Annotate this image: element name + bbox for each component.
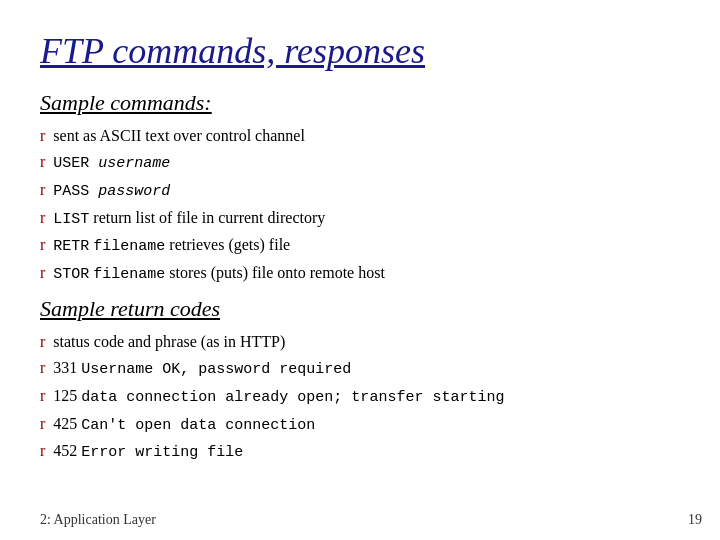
list-item: r 452 Error writing file bbox=[40, 439, 680, 464]
item-text: 331 Username OK, password required bbox=[53, 356, 351, 381]
mono-text: PASS bbox=[53, 183, 98, 200]
mono-text: Error writing file bbox=[81, 444, 243, 461]
list-item: r 331 Username OK, password required bbox=[40, 356, 680, 381]
bullet-icon: r bbox=[40, 412, 45, 435]
bullet-icon: r bbox=[40, 124, 45, 147]
bullet-icon: r bbox=[40, 330, 45, 353]
mono-text: LIST bbox=[53, 211, 89, 228]
list-item: r USER username bbox=[40, 150, 680, 175]
sample-return-heading: Sample return codes bbox=[40, 296, 680, 322]
italic-mono: username bbox=[98, 155, 170, 172]
mono-text2: filename bbox=[93, 266, 165, 283]
bullet-icon: r bbox=[40, 261, 45, 284]
footer-right: 19 bbox=[688, 512, 702, 528]
item-text: 452 Error writing file bbox=[53, 439, 243, 464]
footer-left: 2: Application Layer bbox=[40, 512, 156, 528]
mono-text: Can't open data connection bbox=[81, 417, 315, 434]
item-text: RETR filename retrieves (gets) file bbox=[53, 233, 290, 258]
bullet-icon: r bbox=[40, 384, 45, 407]
item-text: USER username bbox=[53, 150, 170, 175]
item-text: LIST return list of file in current dire… bbox=[53, 206, 325, 231]
item-text: status code and phrase (as in HTTP) bbox=[53, 330, 285, 353]
mono-text: Username OK, password required bbox=[81, 361, 351, 378]
bullet-icon: r bbox=[40, 178, 45, 201]
item-text: sent as ASCII text over control channel bbox=[53, 124, 305, 147]
mono-text: STOR bbox=[53, 266, 89, 283]
return-codes-list: r status code and phrase (as in HTTP) r … bbox=[40, 330, 680, 464]
list-item: r RETR filename retrieves (gets) file bbox=[40, 233, 680, 258]
item-text: 125 data connection already open; transf… bbox=[53, 384, 504, 409]
item-text: 425 Can't open data connection bbox=[53, 412, 315, 437]
item-text: STOR filename stores (puts) file onto re… bbox=[53, 261, 385, 286]
mono-text: data connection already open; transfer s… bbox=[81, 389, 504, 406]
bullet-icon: r bbox=[40, 439, 45, 462]
mono-text: USER bbox=[53, 155, 98, 172]
slide-title: FTP commands, responses bbox=[40, 30, 680, 72]
list-item: r STOR filename stores (puts) file onto … bbox=[40, 261, 680, 286]
list-item: r 125 data connection already open; tran… bbox=[40, 384, 680, 409]
bullet-icon: r bbox=[40, 206, 45, 229]
mono-text: RETR bbox=[53, 238, 89, 255]
bullet-icon: r bbox=[40, 356, 45, 379]
sample-commands-heading: Sample commands: bbox=[40, 90, 680, 116]
slide: FTP commands, responses Sample commands:… bbox=[0, 0, 720, 540]
italic-mono: password bbox=[98, 183, 170, 200]
list-item: r PASS password bbox=[40, 178, 680, 203]
list-item: r 425 Can't open data connection bbox=[40, 412, 680, 437]
mono-text2: filename bbox=[93, 238, 165, 255]
commands-list: r sent as ASCII text over control channe… bbox=[40, 124, 680, 286]
item-text: PASS password bbox=[53, 178, 170, 203]
list-item: r status code and phrase (as in HTTP) bbox=[40, 330, 680, 353]
bullet-icon: r bbox=[40, 150, 45, 173]
list-item: r sent as ASCII text over control channe… bbox=[40, 124, 680, 147]
bullet-icon: r bbox=[40, 233, 45, 256]
list-item: r LIST return list of file in current di… bbox=[40, 206, 680, 231]
